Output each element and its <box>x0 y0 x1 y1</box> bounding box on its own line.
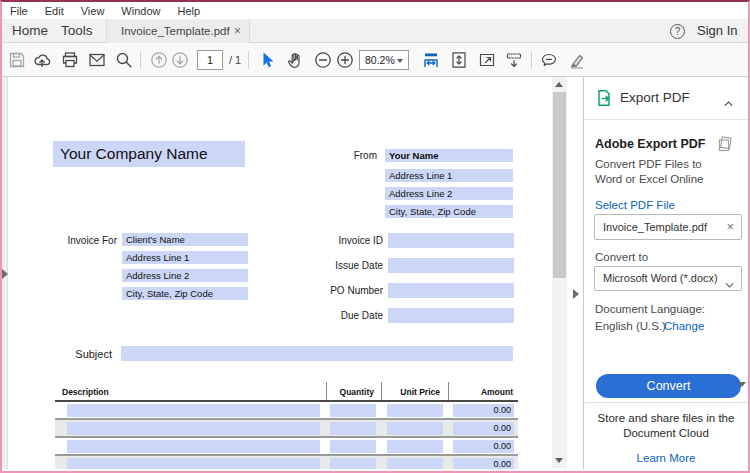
menu-file[interactable]: File <box>10 5 28 17</box>
description-field[interactable] <box>67 458 320 469</box>
menu-edit[interactable]: Edit <box>45 5 64 17</box>
tab-document[interactable]: Invoice_Template.pdf × <box>106 19 250 43</box>
subject-label: Subject <box>45 348 112 360</box>
separator <box>531 51 532 69</box>
hand-tool-icon[interactable] <box>286 51 304 69</box>
col-header-quantity: Quantity <box>302 387 374 397</box>
invoice-id-field[interactable] <box>388 233 514 248</box>
unit-price-field[interactable] <box>387 404 443 417</box>
help-icon[interactable]: ? <box>670 24 685 39</box>
next-page-icon[interactable] <box>171 51 189 69</box>
unit-price-field[interactable] <box>387 440 443 453</box>
po-number-field[interactable] <box>388 283 514 298</box>
clear-file-icon[interactable]: × <box>726 215 734 239</box>
expand-left-panel-icon[interactable] <box>2 269 8 279</box>
client-city-field[interactable]: City, State, Zip Code <box>122 287 248 300</box>
menu-view[interactable]: View <box>81 5 105 17</box>
previous-page-icon[interactable] <box>150 51 168 69</box>
client-name-field[interactable]: Client's Name <box>122 233 248 246</box>
quantity-field[interactable] <box>330 458 376 469</box>
invoice-for-label: Invoice For <box>50 235 117 246</box>
from-address2-field[interactable]: Address Line 2 <box>385 187 513 200</box>
zoom-in-icon[interactable] <box>336 51 354 69</box>
chevron-down-icon <box>725 275 734 298</box>
email-icon[interactable] <box>88 51 106 69</box>
client-address2-field[interactable]: Address Line 2 <box>122 269 248 282</box>
format-dropdown[interactable]: Microsoft Word (*.docx) <box>594 266 742 291</box>
chevron-up-icon[interactable] <box>724 94 733 112</box>
amount-field[interactable]: 0.00 <box>453 422 514 435</box>
panel-description: Convert PDF Files to Word or Excel Onlin… <box>595 157 727 187</box>
acrobat-window: File Edit View Window Help Home Tools In… <box>0 0 750 473</box>
quantity-field[interactable] <box>330 422 376 435</box>
description-field[interactable] <box>67 404 320 417</box>
from-name-field[interactable]: Your Name <box>385 149 513 162</box>
menu-help[interactable]: Help <box>177 5 200 17</box>
menu-bar: File Edit View Window Help <box>2 2 748 19</box>
quantity-field[interactable] <box>330 440 376 453</box>
from-label: From <box>340 150 377 161</box>
vertical-scrollbar[interactable] <box>552 77 567 469</box>
amount-field[interactable]: 0.00 <box>453 458 514 469</box>
col-header-description: Description <box>62 387 109 397</box>
selected-file-input[interactable]: Invoice_Template.pdf × <box>594 214 742 240</box>
amount-field[interactable]: 0.00 <box>453 404 514 417</box>
zoom-level-dropdown[interactable]: 80.2% <box>359 50 409 70</box>
document-language-label: Document Language: <box>595 303 705 315</box>
page-number-input[interactable]: 1 <box>197 50 223 70</box>
description-field[interactable] <box>67 422 320 435</box>
print-icon[interactable] <box>61 51 79 69</box>
document-cloud-promo: Store and share files in the Document Cl… <box>596 411 736 441</box>
tab-home[interactable]: Home <box>12 19 48 43</box>
issue-date-label: Issue Date <box>308 260 383 271</box>
quantity-field[interactable] <box>330 404 376 417</box>
collapse-right-panel-icon[interactable] <box>573 289 579 299</box>
tab-bar: Home Tools Invoice_Template.pdf × ? Sign… <box>2 19 748 43</box>
client-address1-field[interactable]: Address Line 1 <box>122 251 248 264</box>
learn-more-link[interactable]: Learn More <box>637 452 696 464</box>
panel-header[interactable]: Export PDF <box>584 77 748 120</box>
panel-divider <box>585 402 748 403</box>
from-address1-field[interactable]: Address Line 1 <box>385 169 513 182</box>
from-city-field[interactable]: City, State, Zip Code <box>385 205 513 218</box>
select-pdf-file-link[interactable]: Select PDF File <box>595 199 675 211</box>
full-screen-icon[interactable] <box>478 51 496 69</box>
convert-button[interactable]: Convert <box>596 374 741 398</box>
panel-scroll-down-icon[interactable] <box>738 382 746 387</box>
save-icon[interactable] <box>8 51 26 69</box>
adobe-export-pdf-title: Adobe Export PDF <box>595 137 705 151</box>
fit-width-icon[interactable] <box>422 51 440 69</box>
convert-to-label: Convert to <box>595 251 648 263</box>
scroll-up-icon[interactable] <box>555 82 563 87</box>
export-pdf-panel: Export PDF Adobe Export PDF Convert PDF … <box>583 77 748 469</box>
document-language-value: English (U.S.) <box>595 320 666 332</box>
comment-icon[interactable] <box>540 51 558 69</box>
description-field[interactable] <box>67 440 320 453</box>
change-language-link[interactable]: Change <box>664 320 704 332</box>
search-icon[interactable] <box>115 51 133 69</box>
select-tool-icon[interactable] <box>258 51 276 69</box>
copy-pages-icon[interactable] <box>717 136 733 152</box>
unit-price-field[interactable] <box>387 458 443 469</box>
sign-in-button[interactable]: Sign In <box>697 19 737 43</box>
zoom-out-icon[interactable] <box>314 51 332 69</box>
fit-page-icon[interactable] <box>450 51 468 69</box>
tab-tools[interactable]: Tools <box>61 19 93 43</box>
chevron-down-icon <box>397 59 403 63</box>
highlighter-icon[interactable] <box>568 51 586 69</box>
company-name-field[interactable]: Your Company Name <box>53 141 245 167</box>
scrollbar-thumb[interactable] <box>553 92 566 278</box>
table-row: 0.00 <box>55 456 518 469</box>
unit-price-field[interactable] <box>387 422 443 435</box>
scroll-down-icon[interactable] <box>555 458 563 463</box>
subject-field[interactable] <box>121 346 513 361</box>
issue-date-field[interactable] <box>388 258 514 273</box>
close-tab-icon[interactable]: × <box>234 19 241 43</box>
amount-field[interactable]: 0.00 <box>453 440 514 453</box>
menu-window[interactable]: Window <box>121 5 160 17</box>
due-date-field[interactable] <box>388 308 514 323</box>
due-date-label: Due Date <box>308 310 383 321</box>
separator <box>248 51 249 69</box>
share-cloud-icon[interactable] <box>33 51 51 69</box>
dock-toolbar-icon[interactable] <box>505 51 523 69</box>
